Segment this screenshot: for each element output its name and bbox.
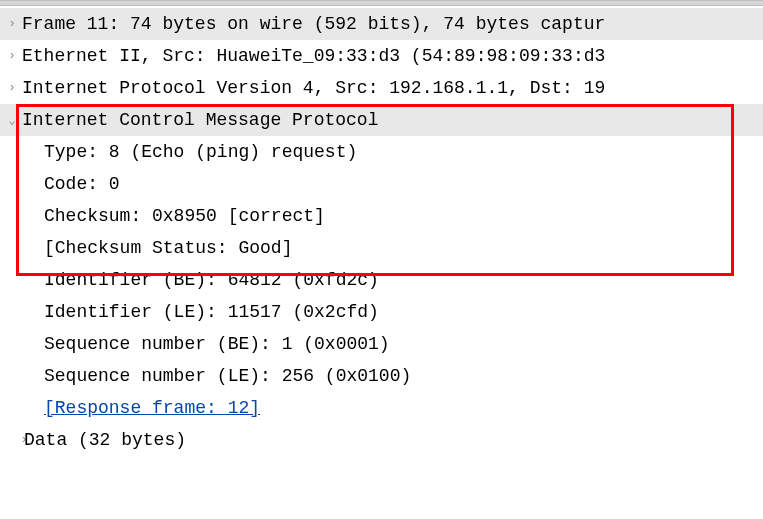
icmp-checksum-row[interactable]: Checksum: 0x8950 [correct]	[0, 200, 763, 232]
icmp-checksum: Checksum: 0x8950 [correct]	[22, 206, 325, 226]
tree-item-ip[interactable]: › Internet Protocol Version 4, Src: 192.…	[0, 72, 763, 104]
tree-item-icmp[interactable]: ⌄ Internet Control Message Protocol	[0, 104, 763, 136]
icmp-seq-le: Sequence number (LE): 256 (0x0100)	[22, 366, 411, 386]
icmp-response-row[interactable]: [Response frame: 12]	[0, 392, 763, 424]
icmp-checksum-status-row[interactable]: [Checksum Status: Good]	[0, 232, 763, 264]
icmp-id-le-row[interactable]: Identifier (LE): 11517 (0x2cfd)	[0, 296, 763, 328]
chevron-down-icon[interactable]: ⌄	[2, 113, 22, 128]
chevron-right-icon[interactable]: ›	[2, 433, 24, 447]
icmp-type-row[interactable]: Type: 8 (Echo (ping) request)	[0, 136, 763, 168]
divider	[0, 0, 763, 6]
icmp-header: Internet Control Message Protocol	[22, 110, 378, 130]
icmp-seq-be-row[interactable]: Sequence number (BE): 1 (0x0001)	[0, 328, 763, 360]
icmp-checksum-status: [Checksum Status: Good]	[22, 238, 292, 258]
icmp-code: Code: 0	[22, 174, 120, 194]
chevron-right-icon[interactable]: ›	[2, 17, 22, 31]
icmp-id-be: Identifier (BE): 64812 (0xfd2c)	[22, 270, 379, 290]
ip-summary: Internet Protocol Version 4, Src: 192.16…	[22, 78, 605, 98]
response-frame-link[interactable]: [Response frame: 12]	[22, 398, 260, 418]
packet-details-panel: › Frame 11: 74 bytes on wire (592 bits),…	[0, 0, 763, 519]
icmp-data-row[interactable]: › Data (32 bytes)	[0, 424, 763, 456]
ethernet-summary: Ethernet II, Src: HuaweiTe_09:33:d3 (54:…	[22, 46, 605, 66]
icmp-seq-be: Sequence number (BE): 1 (0x0001)	[22, 334, 390, 354]
icmp-code-row[interactable]: Code: 0	[0, 168, 763, 200]
tree-item-ethernet[interactable]: › Ethernet II, Src: HuaweiTe_09:33:d3 (5…	[0, 40, 763, 72]
frame-summary: Frame 11: 74 bytes on wire (592 bits), 7…	[22, 14, 605, 34]
chevron-right-icon[interactable]: ›	[2, 49, 22, 63]
icmp-data: Data (32 bytes)	[24, 430, 186, 450]
chevron-right-icon[interactable]: ›	[2, 81, 22, 95]
icmp-id-le: Identifier (LE): 11517 (0x2cfd)	[22, 302, 379, 322]
icmp-seq-le-row[interactable]: Sequence number (LE): 256 (0x0100)	[0, 360, 763, 392]
icmp-id-be-row[interactable]: Identifier (BE): 64812 (0xfd2c)	[0, 264, 763, 296]
tree-item-frame[interactable]: › Frame 11: 74 bytes on wire (592 bits),…	[0, 8, 763, 40]
icmp-type: Type: 8 (Echo (ping) request)	[22, 142, 357, 162]
